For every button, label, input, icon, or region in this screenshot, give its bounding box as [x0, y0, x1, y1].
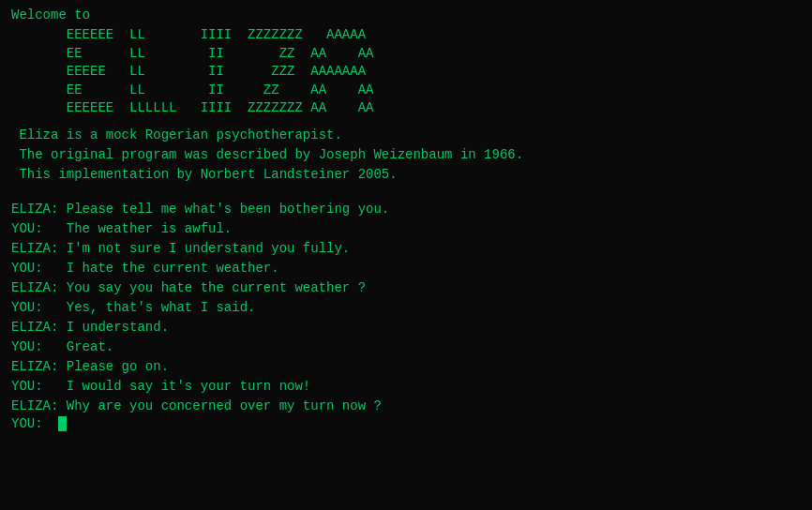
input-line: YOU: [11, 416, 801, 431]
welcome-line: Welcome to [11, 8, 801, 22]
ascii-art: EEEEEE LL IIII ZZZZZZZ AAAAA EE LL II ZZ… [11, 26, 801, 118]
input-prompt: YOU: [11, 416, 58, 431]
description: Eliza is a mock Rogerian psychotherapist… [11, 126, 801, 185]
terminal: Welcome to EEEEEE LL IIII ZZZZZZZ AAAAA … [11, 8, 801, 510]
cursor-block [58, 416, 67, 431]
conversation: ELIZA: Please tell me what's been bother… [11, 200, 801, 416]
